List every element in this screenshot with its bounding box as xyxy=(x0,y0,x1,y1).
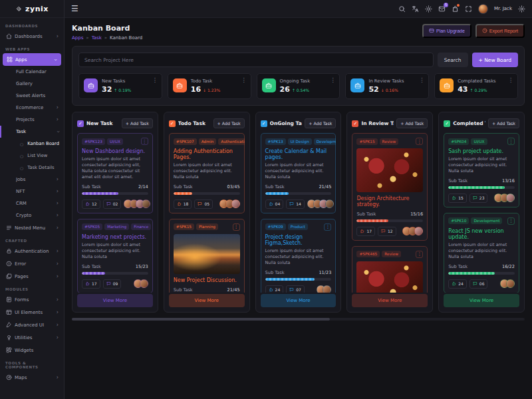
avatar[interactable] xyxy=(506,194,515,202)
card-title[interactable]: Project design Figma,Sketch. xyxy=(265,234,332,246)
horizontal-scrollbar[interactable] xyxy=(72,318,525,321)
kebab-menu-icon[interactable]: ⋮ xyxy=(330,78,335,83)
fullscreen-icon[interactable] xyxy=(465,5,472,13)
comments-chip[interactable]: 09 xyxy=(103,279,122,289)
sidebar-item-crypto[interactable]: Crypto› xyxy=(0,209,64,221)
card-tag[interactable]: UI/UX xyxy=(107,138,123,145)
view-more-button[interactable]: View More xyxy=(444,294,519,307)
kanban-card[interactable]: #SPK09Product⋮Project design Figma,Sketc… xyxy=(261,219,336,293)
likes-chip[interactable]: 04 xyxy=(265,200,284,209)
kebab-menu-icon[interactable]: ⋮ xyxy=(507,217,515,225)
sidebar-item-advanced-ui[interactable]: Advanced UI› xyxy=(0,319,64,331)
kebab-menu-icon[interactable]: ⋮ xyxy=(416,251,423,258)
kanban-card[interactable]: #SPK107AdminAuthentication⋮Adding Authen… xyxy=(169,133,245,213)
card-title[interactable]: Create Calendar & Mail pages. xyxy=(265,148,332,160)
card-title[interactable]: Design Architecture strategy. xyxy=(356,196,423,207)
add-task-button[interactable]: + Add Task xyxy=(488,118,519,128)
comments-chip[interactable]: 05 xyxy=(194,200,213,209)
comments-chip[interactable]: 02 xyxy=(103,200,122,209)
comments-chip[interactable]: 06 xyxy=(469,279,488,289)
add-task-button[interactable]: + Add Task xyxy=(122,118,153,128)
scrollbar-thumb[interactable] xyxy=(72,318,330,321)
likes-chip[interactable]: 17 xyxy=(82,279,100,289)
search-button[interactable]: Search xyxy=(438,53,468,67)
column-checkbox[interactable]: ✓ xyxy=(77,120,84,127)
card-tag[interactable]: #SPK04 xyxy=(448,138,469,145)
card-tag[interactable]: Review xyxy=(382,251,401,257)
card-tag[interactable]: Development xyxy=(314,138,336,145)
likes-chip[interactable]: 12 xyxy=(82,200,100,209)
sidebar-item-task-details[interactable]: ○Task Details xyxy=(0,162,64,174)
kanban-card[interactable]: #SPK13UI DesignDevelopment⋮Create Calend… xyxy=(261,133,336,213)
sidebar-item-pages[interactable]: Pages› xyxy=(0,270,64,283)
likes-chip[interactable]: 24 xyxy=(448,279,467,289)
stat-card-new-tasks[interactable]: New Tasks32↑ 0.19%⋮ xyxy=(78,73,162,99)
card-tag[interactable]: Marketing xyxy=(104,223,129,230)
card-tag[interactable]: #SPK15 xyxy=(174,223,194,230)
sidebar-item-widgets[interactable]: Widgets xyxy=(0,344,64,356)
card-title[interactable]: New Dashboard design. xyxy=(82,148,148,154)
card-tag[interactable]: #SPK107 xyxy=(174,138,197,145)
kebab-menu-icon[interactable]: ⋮ xyxy=(324,223,331,231)
card-tag[interactable]: UI Design xyxy=(288,138,312,145)
sidebar-item-forms[interactable]: Forms› xyxy=(0,293,64,306)
sidebar-item-error[interactable]: Error› xyxy=(0,257,64,270)
likes-chip[interactable]: 15 xyxy=(448,194,467,203)
avatar[interactable] xyxy=(142,200,150,208)
sidebar-item-full-calendar[interactable]: Full Calendar xyxy=(0,66,64,78)
card-tag[interactable]: #SPK05 xyxy=(82,223,102,230)
view-more-button[interactable]: View More xyxy=(352,294,428,307)
comments-chip[interactable]: 14 xyxy=(286,200,305,209)
sidebar-item-utilities[interactable]: Utilities› xyxy=(0,331,64,344)
card-tag[interactable]: #SPK123 xyxy=(82,138,105,145)
card-tag[interactable]: #SPK15 xyxy=(356,138,377,145)
bag-icon[interactable] xyxy=(452,5,459,13)
card-title[interactable]: Sash project update. xyxy=(448,148,515,154)
card-tag[interactable]: Finance xyxy=(131,223,151,230)
card-tag[interactable]: #SPK465 xyxy=(356,251,380,257)
stat-card-todo-task[interactable]: Todo Task16↓ 1.23%⋮ xyxy=(168,73,251,99)
sidebar-item-kanban-board[interactable]: ○Kanban Board xyxy=(0,138,64,150)
sidebar-item-ecommerce[interactable]: Ecommerce› xyxy=(0,102,64,114)
card-tag[interactable]: #SPK13 xyxy=(265,138,286,145)
card-title[interactable]: New Project Discussion. xyxy=(174,277,240,283)
search-project-input[interactable] xyxy=(78,53,434,67)
card-tag[interactable]: Review xyxy=(380,138,399,145)
card-tag[interactable]: Admin xyxy=(199,138,216,145)
avatar[interactable] xyxy=(325,200,334,208)
kebab-menu-icon[interactable]: ⋮ xyxy=(507,138,515,145)
export-report-button[interactable]: Export Report xyxy=(475,24,525,38)
avatar[interactable] xyxy=(323,285,331,293)
kanban-card[interactable]: #SPK123UI/UX⋮New Dashboard design.Lorem … xyxy=(77,133,153,213)
kanban-card[interactable]: #SPK04UI/UX⋮Sash project update.Lorem ip… xyxy=(444,133,519,207)
avatar[interactable] xyxy=(231,200,240,208)
stat-card-in-review-tasks[interactable]: In Review Tasks52↓ 0.16%⋮ xyxy=(345,73,429,99)
card-tag[interactable]: #SPK10 xyxy=(448,217,469,224)
card-title[interactable]: Marketing next projects. xyxy=(82,234,148,240)
card-title[interactable]: React JS new version update. xyxy=(448,228,515,240)
avatar[interactable] xyxy=(506,279,515,288)
sidebar-item-jobs[interactable]: Jobs› xyxy=(0,174,64,186)
kanban-card[interactable]: #SPK465Review⋮ xyxy=(352,246,428,293)
plan-upgrade-button[interactable]: Plan Upgrade xyxy=(422,24,471,38)
breadcrumb-item[interactable]: Task xyxy=(92,35,102,41)
card-tag[interactable]: Authentication xyxy=(218,138,244,145)
add-task-button[interactable]: + Add Task xyxy=(305,118,336,128)
sidebar-item-task[interactable]: Task› xyxy=(0,126,64,138)
kebab-menu-icon[interactable]: ⋮ xyxy=(241,78,247,83)
settings-icon[interactable] xyxy=(518,5,525,13)
sidebar-item-crm[interactable]: CRM› xyxy=(0,198,64,209)
view-more-button[interactable]: View More xyxy=(261,294,336,307)
sidebar-item-nft[interactable]: NFT› xyxy=(0,186,64,198)
card-tag[interactable]: Product xyxy=(288,223,308,230)
breadcrumb-item[interactable]: Apps xyxy=(72,35,83,41)
kebab-menu-icon[interactable]: ⋮ xyxy=(416,138,423,145)
card-tag[interactable]: Development xyxy=(471,217,502,224)
column-checkbox[interactable]: ✓ xyxy=(444,120,450,127)
view-more-button[interactable]: View More xyxy=(77,294,153,307)
sidebar-item-projects[interactable]: Projects› xyxy=(0,114,64,126)
avatar[interactable] xyxy=(414,227,423,235)
mail-icon[interactable]: 5 xyxy=(438,5,446,13)
kebab-menu-icon[interactable]: ⋮ xyxy=(419,78,424,83)
kebab-menu-icon[interactable]: ⋮ xyxy=(508,78,513,83)
